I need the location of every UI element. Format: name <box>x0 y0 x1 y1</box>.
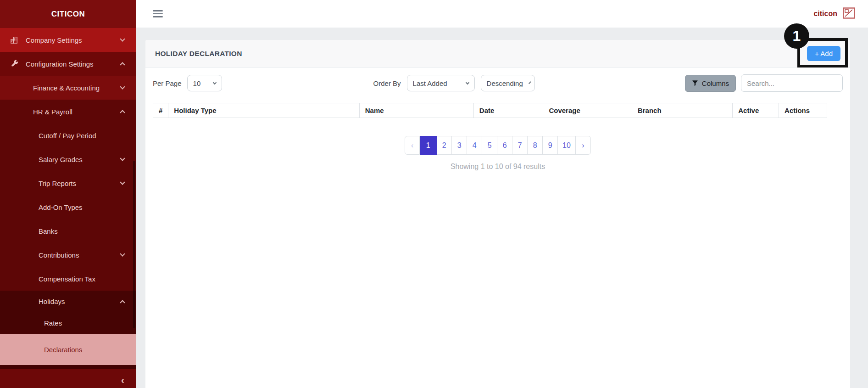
pagination-page-6[interactable]: 6 <box>497 136 512 155</box>
search-input[interactable] <box>741 74 843 92</box>
chevron-down-icon <box>120 180 125 185</box>
topbar-brand-text: citicon <box>813 10 837 18</box>
sidebar-item-add-on-types[interactable]: Add-On Types <box>0 195 136 219</box>
columns-button[interactable]: Columns <box>685 75 736 92</box>
pagination-page-5[interactable]: 5 <box>482 136 497 155</box>
sidebar-item-cutoff-pay-period[interactable]: Cutoff / Pay Period <box>0 124 136 147</box>
broken-image-icon <box>843 7 855 21</box>
per-page-group: Per Page 10 <box>153 75 222 91</box>
chevron-up-icon <box>120 110 125 115</box>
order-by-group: Order By Last Added Descending <box>373 75 535 91</box>
chevron-down-icon <box>212 80 216 84</box>
order-direction-select[interactable]: Descending <box>481 75 535 91</box>
sidebar-item-rates[interactable]: Rates <box>0 312 136 334</box>
sidebar-footer: ‹ <box>0 365 136 388</box>
sidebar-item-holidays[interactable]: Holidays <box>0 291 136 312</box>
pagination-next[interactable]: › <box>576 136 591 155</box>
sidebar-item-banks[interactable]: Banks <box>0 219 136 243</box>
holiday-table: #Holiday TypeNameDateCoverageBranchActiv… <box>153 103 827 118</box>
chevron-down-icon <box>465 80 469 84</box>
topbar: citicon <box>136 0 868 28</box>
column-header-active: Active <box>733 103 779 118</box>
sidebar-item-salary-grades[interactable]: Salary Grades <box>0 147 136 171</box>
pagination-page-8[interactable]: 8 <box>528 136 543 155</box>
table-header: #Holiday TypeNameDateCoverageBranchActiv… <box>153 103 827 118</box>
main-content: HOLIDAY DECLARATION + Add Per Page 10 Or… <box>136 28 868 388</box>
order-by-label: Order By <box>373 79 401 87</box>
sidebar-item-trip-reports[interactable]: Trip Reports <box>0 171 136 195</box>
sidebar-item-contributions[interactable]: Contributions <box>0 243 136 267</box>
pagination-page-7[interactable]: 7 <box>512 136 528 155</box>
sidebar-item-company-settings[interactable]: Company Settings <box>0 28 136 52</box>
topbar-right: citicon <box>813 7 855 21</box>
sidebar-item-hr-payroll[interactable]: HR & Payroll <box>0 100 136 124</box>
chevron-down-icon <box>120 84 125 89</box>
sidebar-item-compensation-tax[interactable]: Compensation Tax <box>0 267 136 291</box>
sidebar-item-configuration-settings[interactable]: Configuration Settings <box>0 52 136 76</box>
chevron-down-icon <box>120 156 125 161</box>
hamburger-menu-icon[interactable] <box>153 10 163 17</box>
sidebar-scrollbar[interactable] <box>133 161 135 328</box>
card-header: HOLIDAY DECLARATION + Add <box>145 40 850 67</box>
chevron-down-icon <box>120 251 125 256</box>
sidebar-item-declarations[interactable]: Declarations <box>0 334 136 365</box>
sidebar-collapse-icon[interactable]: ‹ <box>121 376 124 386</box>
chevron-up-icon <box>120 62 125 67</box>
pagination-page-4[interactable]: 4 <box>467 136 482 155</box>
sidebar: CITICON Company Settings Configuration S… <box>0 0 136 388</box>
pagination-page-1[interactable]: 1 <box>420 136 437 155</box>
add-button[interactable]: + Add <box>807 46 840 61</box>
pagination-page-9[interactable]: 9 <box>543 136 558 155</box>
column-header-num: # <box>153 103 168 118</box>
chevron-down-icon <box>120 36 125 41</box>
filter-search-group: Columns <box>685 74 843 92</box>
sidebar-brand: CITICON <box>0 0 136 28</box>
holiday-declaration-card: HOLIDAY DECLARATION + Add Per Page 10 Or… <box>145 40 850 388</box>
table-controls: Per Page 10 Order By Last Added Descendi… <box>153 74 843 92</box>
column-header-coverage: Coverage <box>543 103 632 118</box>
per-page-select[interactable]: 10 <box>187 75 222 91</box>
column-header-holiday-type: Holiday Type <box>168 103 359 118</box>
wrench-icon <box>9 59 19 69</box>
pagination-page-10[interactable]: 10 <box>558 136 576 155</box>
order-by-select[interactable]: Last Added <box>407 75 475 91</box>
column-header-name: Name <box>359 103 473 118</box>
column-header-date: Date <box>473 103 543 118</box>
sidebar-item-finance-accounting[interactable]: Finance & Accounting <box>0 76 136 100</box>
per-page-label: Per Page <box>153 79 182 87</box>
chevron-up-icon <box>120 300 125 305</box>
chevron-down-icon <box>529 81 531 84</box>
sidebar-nav: Company Settings Configuration Settings … <box>0 28 136 365</box>
column-header-branch: Branch <box>632 103 732 118</box>
pagination-wrap: ‹12345678910› <box>153 136 843 155</box>
pagination-page-2[interactable]: 2 <box>437 136 452 155</box>
pagination: ‹12345678910› <box>405 136 591 155</box>
page-title: HOLIDAY DECLARATION <box>155 50 242 58</box>
card-body: Per Page 10 Order By Last Added Descendi… <box>145 67 850 180</box>
results-summary: Showing 1 to 10 of 94 results <box>153 163 843 171</box>
filter-funnel-icon <box>692 80 698 86</box>
pagination-page-3[interactable]: 3 <box>452 136 467 155</box>
column-header-actions: Actions <box>779 103 827 118</box>
buildings-icon <box>9 35 19 45</box>
pagination-prev[interactable]: ‹ <box>405 136 420 155</box>
